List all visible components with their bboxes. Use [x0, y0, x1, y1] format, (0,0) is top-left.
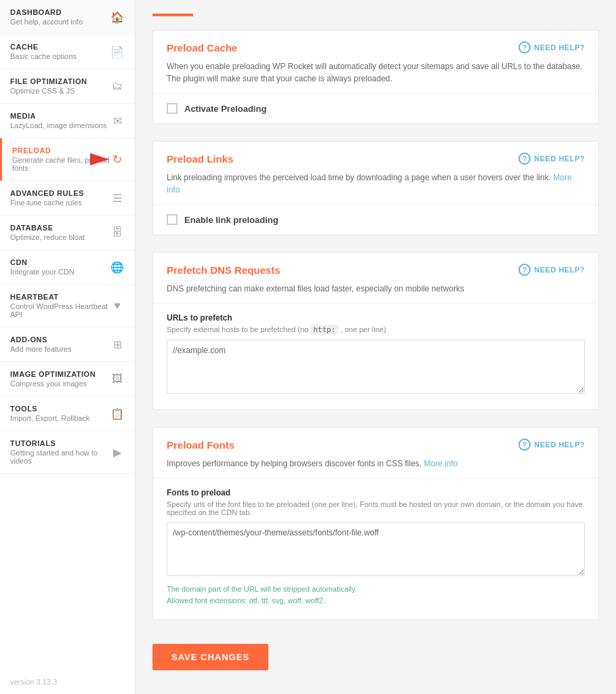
sidebar-item-text-dashboard: DASHBOARDGet help, account info [10, 8, 110, 26]
urls-to-prefetch-label: URLs to prefetch [167, 313, 585, 323]
sidebar-item-title-image-optimization: IMAGE OPTIMIZATION [10, 370, 110, 378]
prefetch-dns-desc: DNS prefetching can make external files … [153, 283, 598, 303]
prefetch-dns-need-help[interactable]: ? NEED HELP? [518, 264, 585, 276]
fonts-to-preload-label: Fonts to preload [167, 488, 585, 497]
sidebar-item-subtitle-dashboard: Get help, account info [10, 18, 110, 26]
sidebar-item-heartbeat[interactable]: HEARTBEATControl WordPress Heartbeat API… [0, 285, 135, 327]
preload-cache-section: Preload Cache ? NEED HELP? When you enab… [152, 30, 599, 124]
top-accent-bar [152, 14, 193, 16]
preload-fonts-section: Preload Fonts ? NEED HELP? Improves perf… [152, 427, 599, 620]
sidebar-item-title-media: MEDIA [10, 112, 110, 120]
enable-link-preloading-row: Enable link preloading [153, 204, 598, 234]
preload-cache-header: Preload Cache ? NEED HELP? [153, 30, 598, 60]
sidebar-item-title-tools: TOOLS [10, 405, 110, 413]
sidebar-item-subtitle-cache: Basic cache options [10, 52, 110, 60]
preload-fonts-header: Preload Fonts ? NEED HELP? [153, 428, 598, 457]
sidebar-item-title-add-ons: ADD-ONS [10, 335, 110, 344]
sidebar-item-tutorials[interactable]: TUTORIALSGetting started and how to vide… [0, 431, 135, 474]
prefetch-dns-title: Prefetch DNS Requests [167, 264, 281, 276]
preload-links-section: Preload Links ? NEED HELP? Link preloadi… [152, 141, 599, 235]
sidebar-item-text-image-optimization: IMAGE OPTIMIZATIONCompress your images [10, 370, 110, 388]
sidebar-item-text-advanced-rules: ADVANCED RULESFine-tune cache rules [10, 189, 110, 207]
preload-fonts-inner: Fonts to preload Specify urls of the fon… [153, 478, 598, 619]
sidebar-item-text-database: DATABASEOptimize, reduce bloat [10, 224, 110, 241]
sidebar-item-cache[interactable]: CACHEBasic cache options📄 [0, 35, 135, 69]
sidebar-item-text-tutorials: TUTORIALSGetting started and how to vide… [10, 439, 110, 465]
enable-link-preloading-checkbox[interactable] [167, 214, 178, 225]
sidebar-item-image-optimization[interactable]: IMAGE OPTIMIZATIONCompress your images🖼 [0, 362, 135, 396]
sidebar-item-text-file-optimization: FILE OPTIMIZATIONOptimize CSS & JS [10, 77, 110, 95]
activate-preloading-checkbox[interactable] [167, 103, 178, 114]
sidebar-item-advanced-rules[interactable]: ADVANCED RULESFine-tune cache rules☰ [0, 181, 135, 216]
sidebar-icon-add-ons: ⊞ [110, 337, 125, 352]
enable-link-preloading-label: Enable link preloading [184, 215, 279, 225]
sidebar-items: DASHBOARDGet help, account info🏠CACHEBas… [0, 0, 135, 474]
preload-links-header: Preload Links ? NEED HELP? [153, 142, 598, 171]
need-help-icon: ? [518, 41, 531, 54]
preload-links-title: Preload Links [167, 153, 233, 165]
sidebar: DASHBOARDGet help, account info🏠CACHEBas… [0, 0, 136, 694]
sidebar-item-subtitle-file-optimization: Optimize CSS & JS [10, 87, 110, 95]
sidebar-item-dashboard[interactable]: DASHBOARDGet help, account info🏠 [0, 0, 135, 35]
prefetch-dns-inner: URLs to prefetch Specify external hosts … [153, 303, 598, 409]
sidebar-item-subtitle-add-ons: Add more features [10, 345, 110, 353]
version-label: version 3.13.3 [0, 670, 135, 694]
sidebar-icon-database: 🗄 [110, 225, 125, 240]
sidebar-icon-tools: 📋 [110, 406, 125, 421]
sidebar-icon-media: ✉ [110, 113, 125, 128]
sidebar-item-title-cache: CACHE [10, 43, 110, 51]
sidebar-item-database[interactable]: DATABASEOptimize, reduce bloat🗄 [0, 216, 135, 250]
preload-cache-need-help[interactable]: ? NEED HELP? [518, 41, 585, 54]
preload-cache-title: Preload Cache [167, 42, 237, 54]
urls-to-prefetch-desc: Specify external hosts to be prefetched … [167, 325, 585, 334]
sidebar-item-subtitle-cdn: Integrate your CDN [10, 268, 110, 276]
activate-preloading-label: Activate Preloading [184, 104, 266, 114]
sidebar-icon-cache: 📄 [110, 44, 125, 59]
main-content: Preload Cache ? NEED HELP? When you enab… [136, 0, 616, 694]
sidebar-item-title-advanced-rules: ADVANCED RULES [10, 189, 110, 197]
fonts-to-preload-desc: Specify urls of the font files to be pre… [167, 500, 585, 516]
activate-preloading-row: Activate Preloading [153, 93, 598, 123]
need-help-icon-4: ? [518, 438, 531, 451]
preload-fonts-title: Preload Fonts [167, 439, 234, 451]
prefetch-dns-section: Prefetch DNS Requests ? NEED HELP? DNS p… [152, 252, 599, 410]
preload-fonts-need-help[interactable]: ? NEED HELP? [518, 438, 585, 451]
sidebar-item-file-optimization[interactable]: FILE OPTIMIZATIONOptimize CSS & JS🗂 [0, 69, 135, 104]
sidebar-item-cdn[interactable]: CDNIntegrate your CDN🌐 [0, 250, 135, 285]
save-changes-button[interactable]: SAVE CHANGES [152, 644, 268, 670]
preload-fonts-desc: Improves performance by helping browsers… [153, 457, 598, 478]
sidebar-item-text-cache: CACHEBasic cache options [10, 43, 110, 60]
preload-cache-desc: When you enable preloading WP Rocket wil… [153, 60, 598, 93]
fonts-to-preload-textarea[interactable] [167, 522, 585, 576]
sidebar-icon-dashboard: 🏠 [110, 9, 125, 24]
sidebar-item-title-tutorials: TUTORIALS [10, 439, 110, 447]
sidebar-item-text-media: MEDIALazyLoad, image dimensions [10, 112, 110, 129]
sidebar-item-add-ons[interactable]: ADD-ONSAdd more features⊞ [0, 327, 135, 362]
sidebar-icon-tutorials: ▶ [110, 445, 125, 460]
sidebar-item-subtitle-tutorials: Getting started and how to videos [10, 449, 110, 465]
sidebar-item-text-cdn: CDNIntegrate your CDN [10, 258, 110, 276]
sidebar-item-text-tools: TOOLSImport, Export, Rollback [10, 405, 110, 422]
preload-links-need-help[interactable]: ? NEED HELP? [518, 152, 585, 165]
sidebar-item-media[interactable]: MEDIALazyLoad, image dimensions✉ [0, 104, 135, 138]
sidebar-item-preload[interactable]: PRELOADGenerate cache files, preload fon… [0, 138, 135, 181]
need-help-icon-3: ? [518, 264, 531, 276]
sidebar-icon-cdn: 🌐 [110, 260, 125, 274]
sidebar-item-title-file-optimization: FILE OPTIMIZATION [10, 77, 110, 85]
sidebar-item-subtitle-advanced-rules: Fine-tune cache rules [10, 199, 110, 207]
http-code: http: [310, 325, 338, 335]
sidebar-item-text-add-ons: ADD-ONSAdd more features [10, 335, 110, 353]
sidebar-item-tools[interactable]: TOOLSImport, Export, Rollback📋 [0, 396, 135, 431]
sidebar-item-title-heartbeat: HEARTBEAT [10, 293, 110, 301]
sidebar-icon-heartbeat: ♥ [110, 298, 125, 313]
sidebar-item-title-database: DATABASE [10, 224, 110, 232]
sidebar-item-subtitle-image-optimization: Compress your images [10, 380, 110, 388]
sidebar-item-subtitle-database: Optimize, reduce bloat [10, 233, 110, 241]
svg-marker-0 [90, 153, 109, 165]
sidebar-item-subtitle-heartbeat: Control WordPress Heartbeat API [10, 302, 110, 319]
sidebar-item-subtitle-media: LazyLoad, image dimensions [10, 121, 110, 129]
preload-fonts-more-info[interactable]: More info [424, 459, 458, 468]
sidebar-icon-file-optimization: 🗂 [110, 79, 125, 94]
urls-to-prefetch-textarea[interactable] [167, 340, 585, 394]
sidebar-item-title-cdn: CDN [10, 258, 110, 266]
